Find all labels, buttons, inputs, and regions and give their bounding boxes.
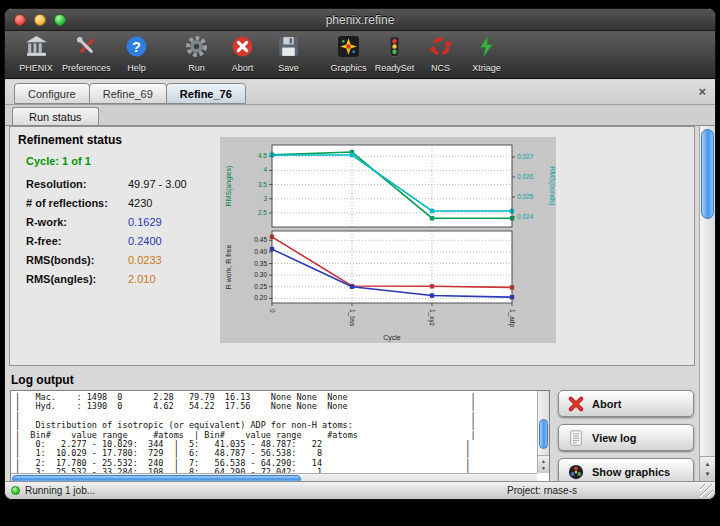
scroll-up-icon[interactable]: ▲ bbox=[705, 461, 711, 467]
svg-text:1_bss: 1_bss bbox=[348, 309, 356, 327]
graphics-icon bbox=[336, 34, 361, 63]
svg-text:R work, R free: R work, R free bbox=[225, 245, 232, 290]
svg-text:0.20: 0.20 bbox=[254, 294, 267, 301]
svg-text:0: 0 bbox=[269, 309, 276, 313]
tab-bar: Configure Refine_69 Refine_76 × bbox=[5, 80, 715, 104]
abort-x-icon bbox=[567, 395, 585, 413]
stat-r-work: R-work: 0.1629 bbox=[26, 212, 222, 231]
stat-r-free: R-free: 0.2400 bbox=[26, 231, 222, 250]
stat-label: RMS(angles): bbox=[26, 273, 128, 285]
log-vertical-scrollbar-thumb[interactable] bbox=[539, 419, 548, 449]
stat-value: 2.010 bbox=[128, 273, 156, 285]
svg-text:0.35: 0.35 bbox=[254, 260, 267, 267]
log-text: | Mac. : 1498 0 2.28 79.79 16.13 None No… bbox=[15, 393, 533, 481]
stat-reflections: # of reflections: 4230 bbox=[26, 193, 222, 212]
log-textbox[interactable]: | Mac. : 1498 0 2.28 79.79 16.13 None No… bbox=[10, 390, 550, 481]
stat-label: Resolution: bbox=[26, 178, 128, 190]
toolbar-label: Save bbox=[278, 63, 299, 73]
svg-text:0.024: 0.024 bbox=[517, 213, 534, 220]
tab-refine-76[interactable]: Refine_76 bbox=[166, 83, 246, 104]
content-scroll-arrows[interactable]: ▲▼ bbox=[700, 456, 715, 481]
toolbar-label: ReadySet bbox=[375, 63, 415, 73]
window-title: phenix.refine bbox=[326, 13, 395, 27]
abort-button-label: Abort bbox=[592, 398, 621, 410]
toolbar-label: Graphics bbox=[331, 63, 367, 73]
content-area: Configure Refine_69 Refine_76 × Run stat… bbox=[5, 80, 715, 481]
svg-text:RMS(angles): RMS(angles) bbox=[225, 166, 233, 207]
show-graphics-button[interactable]: Show graphics bbox=[558, 458, 694, 481]
scroll-down-icon[interactable]: ▼ bbox=[541, 465, 546, 471]
stat-rms-bonds: RMS(bonds): 0.0233 bbox=[26, 250, 222, 269]
stat-resolution: Resolution: 49.97 - 3.00 bbox=[26, 174, 222, 193]
log-vertical-scroll-arrows[interactable]: ▲▼ bbox=[538, 455, 549, 473]
view-log-button-label: View log bbox=[592, 432, 636, 444]
toolbar: PHENIX Preferences ? Help Run Abort Save… bbox=[5, 31, 715, 79]
log-horizontal-scrollbar[interactable] bbox=[11, 473, 537, 481]
toolbar-button-phenix[interactable]: PHENIX bbox=[13, 34, 59, 73]
run-status-panel: Refinement status Cycle: 1 of 1 Resoluti… bbox=[5, 125, 699, 481]
stat-rms-angles: RMS(angles): 2.010 bbox=[26, 269, 222, 288]
toolbar-button-readyset[interactable]: ReadySet bbox=[372, 34, 418, 73]
toolbar-label: PHENIX bbox=[19, 63, 53, 73]
help-icon: ? bbox=[124, 34, 149, 63]
abort-button[interactable]: Abort bbox=[558, 390, 694, 417]
stat-value: 0.2400 bbox=[128, 235, 162, 247]
titlebar[interactable]: phenix.refine bbox=[5, 9, 715, 31]
svg-text:Cycle: Cycle bbox=[383, 334, 401, 342]
log-output-section: | Mac. : 1498 0 2.28 79.79 16.13 None No… bbox=[9, 390, 695, 481]
show-graphics-button-label: Show graphics bbox=[592, 466, 670, 478]
minimize-window-button[interactable] bbox=[34, 14, 46, 26]
resize-grip[interactable] bbox=[700, 484, 713, 497]
tab-run-status[interactable]: Run status bbox=[12, 107, 99, 125]
refinement-stats: Cycle: 1 of 1 Resolution: 49.97 - 3.00 #… bbox=[26, 155, 222, 288]
toolbar-button-run[interactable]: Run bbox=[174, 34, 220, 73]
toolbar-label: Xtriage bbox=[472, 63, 501, 73]
toolbar-button-graphics[interactable]: Graphics bbox=[326, 34, 372, 73]
content-vertical-scrollbar[interactable]: ▲▼ bbox=[699, 125, 715, 481]
toolbar-button-save[interactable]: Save bbox=[266, 34, 312, 73]
toolbar-label: Run bbox=[188, 63, 205, 73]
stat-label: RMS(bonds): bbox=[26, 254, 128, 266]
toolbar-button-help[interactable]: ? Help bbox=[114, 34, 160, 73]
svg-text:1_adp: 1_adp bbox=[508, 309, 516, 327]
view-log-button[interactable]: View log bbox=[558, 424, 694, 451]
log-vertical-scrollbar[interactable]: ▲▼ bbox=[537, 391, 549, 473]
refinement-status-panel: Refinement status Cycle: 1 of 1 Resoluti… bbox=[9, 126, 695, 366]
close-window-button[interactable] bbox=[14, 14, 26, 26]
zoom-window-button[interactable] bbox=[54, 14, 66, 26]
content-scrollbar-thumb[interactable] bbox=[701, 129, 714, 219]
ncs-cyclic-arrows-icon bbox=[428, 34, 453, 63]
stat-value: 0.1629 bbox=[128, 216, 162, 228]
toolbar-button-abort[interactable]: Abort bbox=[220, 34, 266, 73]
scroll-up-icon[interactable]: ▲ bbox=[541, 458, 546, 464]
preferences-tools-icon bbox=[74, 34, 99, 63]
tab-configure[interactable]: Configure bbox=[14, 83, 90, 104]
svg-text:1_xyz: 1_xyz bbox=[428, 309, 436, 326]
svg-text:RMS(bonds): RMS(bonds) bbox=[548, 166, 556, 205]
app-window: phenix.refine PHENIX Preferences ? Help … bbox=[4, 8, 716, 500]
svg-text:2.5: 2.5 bbox=[258, 209, 267, 216]
action-buttons: Abort View log Show graphics bbox=[558, 390, 694, 481]
save-disk-icon bbox=[276, 34, 301, 63]
svg-text:0.25: 0.25 bbox=[254, 283, 267, 290]
xtriage-bolt-icon bbox=[474, 34, 499, 63]
toolbar-button-ncs[interactable]: NCS bbox=[418, 34, 464, 73]
toolbar-label: Help bbox=[127, 63, 146, 73]
stat-label: R-free: bbox=[26, 235, 128, 247]
readyset-traffic-light-icon bbox=[382, 34, 407, 63]
toolbar-button-preferences[interactable]: Preferences bbox=[59, 34, 114, 73]
svg-text:0.025: 0.025 bbox=[517, 193, 534, 200]
svg-text:3: 3 bbox=[263, 195, 267, 202]
svg-text:0.026: 0.026 bbox=[517, 173, 534, 180]
toolbar-button-xtriage[interactable]: Xtriage bbox=[464, 34, 510, 73]
run-gear-icon bbox=[184, 34, 209, 63]
toolbar-label: NCS bbox=[431, 63, 450, 73]
svg-text:4: 4 bbox=[263, 166, 267, 173]
abort-circle-icon bbox=[230, 34, 255, 63]
status-message: Running 1 job... bbox=[25, 485, 95, 496]
tab-refine-69[interactable]: Refine_69 bbox=[89, 83, 167, 104]
close-tab-icon[interactable]: × bbox=[698, 85, 706, 98]
show-graphics-icon bbox=[567, 463, 585, 481]
subtab-bar: Run status bbox=[5, 104, 715, 125]
scroll-down-icon[interactable]: ▼ bbox=[705, 471, 711, 477]
